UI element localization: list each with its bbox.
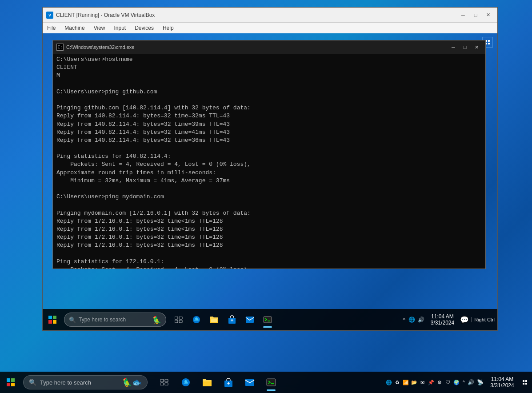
cmd-line: Reply from 172.16.0.1: bytes=32 time=1ms… — [56, 233, 482, 241]
cmd-maximize-button[interactable]: □ — [460, 43, 470, 52]
cmd-line: Approximate round trip times in milli-se… — [56, 169, 482, 177]
vbox-close-button[interactable]: ✕ — [482, 10, 494, 20]
clock-date: 3/31/2024 — [490, 382, 514, 389]
vbox-maximize-button[interactable]: □ — [470, 10, 481, 20]
search-placeholder: Type here to search — [40, 379, 91, 386]
svg-rect-35 — [523, 380, 524, 382]
vm-content-area[interactable]: C: C:\Windows\system32\cmd.exe ─ □ ✕ C:\… — [43, 33, 497, 330]
vm-explorer-button[interactable] — [205, 310, 223, 329]
cmd-line — [56, 144, 482, 152]
taskbar-terminal[interactable] — [261, 373, 281, 392]
search-icon: 🔍 — [29, 379, 36, 386]
vm-edge-button[interactable] — [188, 310, 205, 329]
cmd-line: Reply from 140.82.114.4: bytes=32 time=3… — [56, 112, 482, 120]
tray-wifi-icon[interactable]: 📡 — [476, 379, 485, 385]
taskbar-right-section: 🌐 ♻ 📶 📂 ✉ 📌 ⚙ 🛡 🌍 ^ 🔊 📡 11:04 AM 3/31/20… — [382, 372, 532, 393]
vm-taskview-button[interactable] — [170, 310, 188, 329]
cmd-line: Reply from 140.82.114.4: bytes=32 time=3… — [56, 136, 482, 144]
tray-network[interactable]: 🌐 — [408, 317, 416, 323]
cmd-line: Minimum = 32ms, Maximum = 41ms, Average … — [56, 177, 482, 185]
vm-clock-date: 3/31/2024 — [431, 320, 454, 326]
right-ctrl-label[interactable]: Right Ctrl — [471, 317, 497, 322]
cmd-line — [56, 185, 482, 193]
svg-rect-14 — [175, 320, 178, 323]
tray-email-icon[interactable]: ✉ — [419, 378, 427, 386]
tray-volume-icon[interactable]: 🔊 — [466, 379, 476, 385]
menu-devices[interactable]: Devices — [130, 23, 158, 33]
vm-start-button[interactable] — [43, 310, 62, 329]
tray-settings-icon[interactable]: ⚙ — [436, 378, 444, 386]
cmd-line: C:\Users\user>hostname — [56, 56, 482, 64]
vm-system-tray: ^ 🌐 🔊 — [400, 317, 427, 323]
search-bar[interactable]: 🔍 Type here to search 🦜🐟 — [23, 375, 148, 389]
vm-mail-button[interactable] — [241, 310, 259, 329]
cmd-line: Reply from 172.16.0.1: bytes=32 time<1ms… — [56, 217, 482, 225]
svg-rect-38 — [525, 383, 527, 385]
vbox-title: CLIENT [Running] - Oracle VM VirtualBox — [56, 12, 457, 18]
tray-security-icon[interactable]: 🛡 — [444, 378, 452, 386]
tray-chevron-btn[interactable]: ^ — [461, 380, 466, 385]
svg-rect-36 — [525, 380, 527, 382]
taskbar-mail[interactable] — [240, 373, 260, 392]
cmd-minimize-button[interactable]: ─ — [448, 43, 459, 52]
menu-view[interactable]: View — [89, 23, 110, 33]
virtualbox-window: V CLIENT [Running] - Oracle VM VirtualBo… — [42, 7, 498, 331]
svg-rect-32 — [245, 379, 254, 386]
desktop: ♻ Recycle Bin V CLIENT [Running] - Oracl… — [0, 0, 532, 393]
tray-chevron[interactable]: ^ — [402, 317, 407, 322]
svg-rect-12 — [175, 317, 178, 319]
vm-search-bar[interactable]: 🔍 Type here to search 🦜 — [64, 313, 166, 327]
taskbar-explorer[interactable] — [197, 373, 217, 392]
cmd-content[interactable]: C:\Users\user>hostnameCLIENTM C:\Users\u… — [53, 54, 485, 269]
svg-rect-10 — [48, 320, 52, 324]
svg-rect-5 — [488, 40, 490, 42]
vm-clock[interactable]: 11:04 AM 3/31/2024 — [427, 309, 458, 330]
menu-help[interactable]: Help — [158, 23, 178, 33]
cmd-line: Pinging github.com [140.82.114.4] with 3… — [56, 104, 482, 112]
svg-rect-24 — [7, 383, 10, 386]
cmd-line: CLIENT — [56, 64, 482, 72]
cmd-line: M — [56, 72, 482, 80]
tray-folder-icon[interactable]: 📂 — [410, 378, 418, 386]
taskbar-edge[interactable] — [176, 373, 196, 392]
tray-volume[interactable]: 🔊 — [417, 317, 425, 323]
cmd-line — [56, 201, 482, 209]
tray-recycle-icon[interactable]: ♻ — [393, 378, 401, 386]
taskbar-store[interactable] — [219, 373, 238, 392]
tray-pin-icon[interactable]: 📌 — [427, 378, 435, 386]
clock-time: 11:04 AM — [491, 376, 514, 382]
svg-rect-26 — [160, 379, 164, 382]
vm-terminal-button[interactable] — [259, 310, 276, 329]
tray-globe-icon[interactable]: 🌐 — [385, 378, 393, 386]
menu-file[interactable]: File — [43, 23, 60, 33]
cmd-line: Ping statistics for 172.16.0.1: — [56, 258, 482, 266]
tray-network-icon[interactable]: 📶 — [402, 378, 410, 386]
svg-rect-28 — [160, 383, 164, 385]
vm-clock-time: 11:04 AM — [431, 313, 454, 320]
svg-rect-20 — [264, 317, 272, 323]
cmd-line — [56, 96, 482, 104]
cmd-line: Pinging mydomain.com [172.16.0.1] with 3… — [56, 209, 482, 217]
menu-input[interactable]: Input — [110, 23, 131, 33]
svg-rect-13 — [179, 317, 182, 319]
vbox-minimize-button[interactable]: ─ — [457, 10, 469, 20]
start-button[interactable] — [0, 372, 21, 393]
vm-taskbar: 🔍 Type here to search 🦜 — [43, 309, 497, 330]
vm-notification-bell[interactable]: 💬 — [458, 310, 471, 329]
cmd-close-button[interactable]: ✕ — [471, 43, 482, 52]
vm-search-icon: 🔍 — [69, 317, 76, 323]
vm-store-button[interactable] — [223, 310, 241, 329]
cmd-title: C:\Windows\system32\cmd.exe — [66, 44, 448, 50]
menu-machine[interactable]: Machine — [60, 23, 89, 33]
taskbar-taskview[interactable] — [155, 373, 174, 392]
cmd-line: Packets: Sent = 4, Received = 4, Lost = … — [56, 160, 482, 168]
cmd-line: C:\Users\user>ping mydomain.com — [56, 193, 482, 201]
notification-button[interactable] — [518, 372, 532, 393]
cmd-line: Ping statistics for 140.82.114.4: — [56, 152, 482, 160]
tray-globe2-icon[interactable]: 🌍 — [452, 378, 460, 386]
svg-rect-23 — [11, 378, 15, 382]
system-clock[interactable]: 11:04 AM 3/31/2024 — [487, 372, 518, 393]
cmd-line: Reply from 172.16.0.1: bytes=32 time<1ms… — [56, 225, 482, 233]
svg-rect-33 — [267, 379, 276, 386]
svg-rect-8 — [48, 316, 52, 319]
